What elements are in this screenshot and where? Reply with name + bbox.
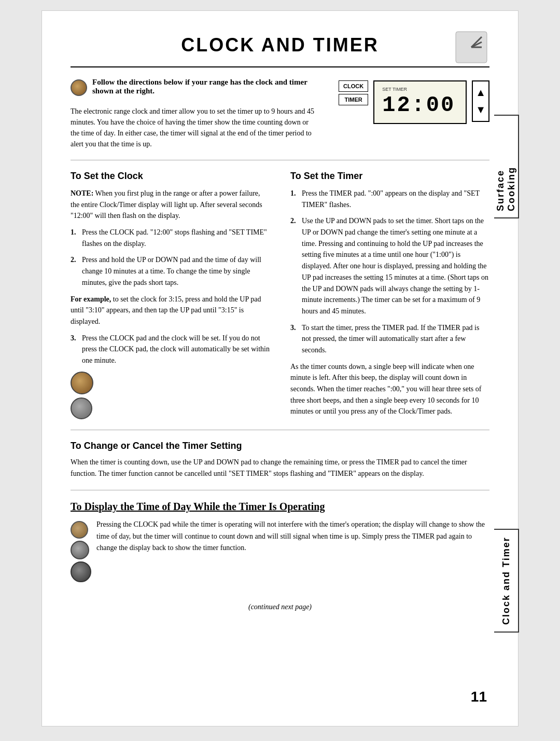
list-item-text: Use the UP and DOWN pads to set the time… [302,215,489,317]
list-num: 3. [290,322,299,356]
page-container: Surface Cooking Clock and Timer 11 CLOCK… [41,10,519,726]
list-item-text: Press the CLOCK pad and the clock will b… [82,333,270,366]
main-content: CLOCK AND TIMER Follow the dir [42,26,518,611]
up-arrow[interactable]: ▲ [475,87,486,99]
side-tab-clock: Clock and Timer [494,529,519,633]
decorative-icon-3 [71,397,92,419]
decorative-icon-6 [71,561,91,582]
set-clock-list-3: 3. Press the CLOCK pad and the clock wil… [71,333,270,366]
side-tab-surface: Surface Cooking [494,115,519,218]
display-time-body: Pressing the CLOCK pad while the timer i… [96,519,489,554]
clock-screen: SET TIMER 12:00 [373,80,467,124]
header-icon [453,29,489,65]
display-time-title: To Display the Time of Day While the Tim… [71,501,489,513]
decorative-icon-5 [71,541,89,559]
page-number: 11 [471,689,487,705]
list-item: 2. Press and hold the UP or DOWN pad and… [71,254,270,288]
set-clock-title: To Set the Clock [71,171,270,182]
list-item: 2. Use the UP and DOWN pads to set the t… [290,215,489,317]
clock-button-label: CLOCK [339,80,368,92]
list-item-text: Press the CLOCK pad. "12:00" stops flash… [82,227,270,249]
change-cancel-body: When the timer is counting down, use the… [71,457,489,480]
decorative-icon-1 [71,79,87,96]
list-num: 3. [71,333,79,366]
list-num: 1. [290,188,299,210]
set-clock-section: To Set the Clock NOTE: When you first pl… [71,171,270,419]
down-arrow[interactable]: ▼ [475,104,486,116]
decorative-icon-4 [71,521,88,539]
intro-bold-text: Follow the directions below if your rang… [92,78,318,95]
display-time-value: 12:00 [382,93,455,118]
note-label: NOTE: [71,189,93,197]
list-item-text: Press and hold the UP or DOWN pad and th… [82,254,270,288]
list-num: 1. [71,227,79,249]
change-cancel-section: To Change or Cancel the Timer Setting Wh… [71,441,489,491]
decorative-icon-2 [71,372,93,394]
continued-text: (continued next page) [71,603,489,611]
display-time-section: To Display the Time of Day While the Tim… [71,501,489,593]
example-label: For example, [71,295,111,303]
clock-buttons: CLOCK TIMER [339,80,368,105]
two-col-section: To Set the Clock NOTE: When you first pl… [71,171,489,430]
clock-display-area: CLOCK TIMER SET TIMER 12:00 ▲ ▼ [339,78,489,149]
timer-button-label: TIMER [339,94,368,105]
list-item: 1. Press the CLOCK pad. "12:00" stops fl… [71,227,270,249]
list-item-text: To start the timer, press the TIMER pad.… [302,322,489,356]
list-num: 2. [71,254,79,288]
set-timer-title: To Set the Timer [290,171,489,182]
intro-section: Follow the directions below if your rang… [71,78,489,160]
list-item: 1. Press the TIMER pad. ":00" appears on… [290,188,489,210]
set-clock-list: 1. Press the CLOCK pad. "12:00" stops fl… [71,227,270,288]
page-header: CLOCK AND TIMER [71,26,489,67]
intro-body-text: The electronic range clock and timer all… [71,106,318,149]
set-timer-body: As the timer counts down, a single beep … [290,361,489,417]
change-cancel-title: To Change or Cancel the Timer Setting [71,441,489,451]
set-timer-section: To Set the Timer 1. Press the TIMER pad.… [290,171,489,419]
list-item: 3. Press the CLOCK pad and the clock wil… [71,333,270,366]
example-paragraph: For example, to set the clock for 3:15, … [71,294,270,327]
page-title: CLOCK AND TIMER [71,34,489,56]
up-down-control[interactable]: ▲ ▼ [472,80,489,122]
list-num: 2. [290,215,299,317]
set-clock-note: NOTE: When you first plug in the range o… [71,188,270,222]
set-timer-list: 1. Press the TIMER pad. ":00" appears on… [290,188,489,356]
list-item: 3. To start the timer, press the TIMER p… [290,322,489,356]
list-item-text: Press the TIMER pad. ":00" appears on th… [302,188,489,210]
set-timer-label: SET TIMER [382,87,407,92]
intro-text: Follow the directions below if your rang… [71,78,318,149]
note-body: When you first plug in the range or afte… [71,189,262,219]
